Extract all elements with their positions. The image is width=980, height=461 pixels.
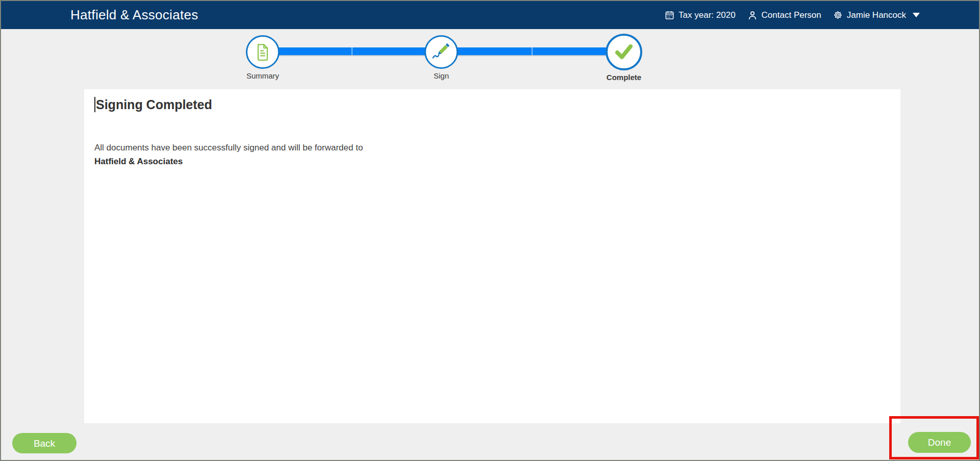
page-title: Signing Completed <box>94 96 890 113</box>
progress-stepper: Summary Sign Complete <box>1 29 979 93</box>
step-summary-label: Summary <box>222 71 304 80</box>
user-name-label: Jamie Hancock <box>847 10 906 20</box>
user-menu[interactable]: Jamie Hancock <box>833 10 920 20</box>
back-button[interactable]: Back <box>12 433 77 453</box>
contact-person-label: Contact Person <box>762 10 821 20</box>
pen-icon <box>431 41 452 63</box>
checkmark-icon <box>613 43 635 61</box>
page-title-text: Signing Completed <box>96 96 212 113</box>
contact-person-button[interactable]: Contact Person <box>747 10 821 20</box>
app-title: Hatfield & Associates <box>70 7 198 23</box>
done-button[interactable]: Done <box>908 432 971 453</box>
confirmation-message: All documents have been successfully sig… <box>94 141 363 168</box>
header-right-group: Tax year: 2020 Contact Person Jamie Hanc… <box>665 10 920 20</box>
step-complete-circle <box>606 34 642 70</box>
tax-year-label: Tax year: 2020 <box>679 10 736 20</box>
app-header: Hatfield & Associates Tax year: 2020 Con… <box>1 1 979 29</box>
calendar-icon <box>665 10 674 20</box>
progress-bar-divider <box>532 47 533 55</box>
step-summary-circle <box>246 35 280 69</box>
progress-bar-divider <box>351 47 353 55</box>
content-card: Signing Completed All documents have bee… <box>84 89 900 423</box>
text-cursor <box>94 97 95 112</box>
app-window: Hatfield & Associates Tax year: 2020 Con… <box>0 0 980 461</box>
confirmation-message-text: All documents have been successfully sig… <box>94 143 363 152</box>
gear-icon <box>833 10 843 20</box>
step-sign-label: Sign <box>400 71 482 80</box>
step-complete-label: Complete <box>583 73 665 82</box>
recipient-name: Hatfield & Associates <box>94 157 183 166</box>
step-sign-circle <box>424 35 458 69</box>
tax-year-indicator: Tax year: 2020 <box>665 10 736 20</box>
chevron-down-icon <box>913 13 920 17</box>
document-icon <box>255 43 270 61</box>
person-icon <box>747 10 758 20</box>
